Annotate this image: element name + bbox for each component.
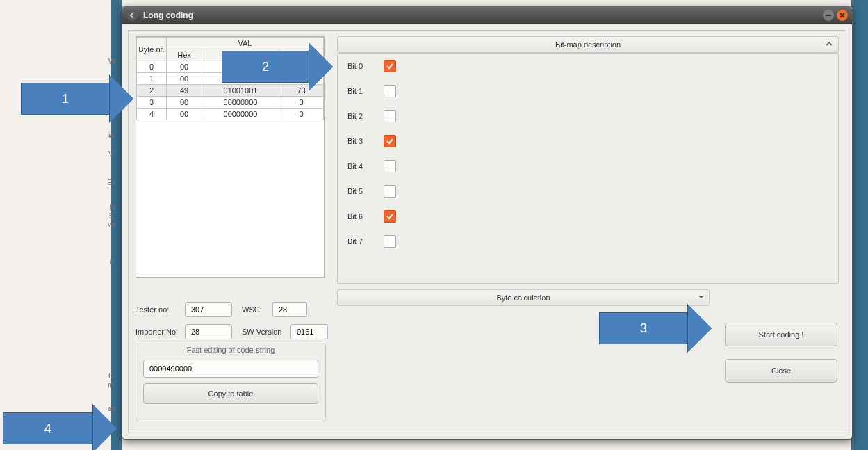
bg-fragment: 5 — [109, 211, 113, 220]
bit-label: Bit 3 — [347, 137, 384, 145]
bg-fragment: C — [108, 371, 114, 380]
bg-fragment: il — [110, 257, 113, 266]
cell-hex: 00 — [167, 73, 202, 85]
cell-dec: 0 — [279, 109, 324, 120]
bit-label: Bit 7 — [347, 237, 384, 246]
cell-bin: 00000000 — [202, 109, 279, 120]
svg-rect-0 — [826, 15, 831, 16]
bitmap-panel: Bit 0Bit 1Bit 2Bit 3Bit 4Bit 5Bit 6Bit 7 — [337, 53, 839, 284]
tester-no-label: Tester no: — [136, 305, 181, 314]
cell-hex: 49 — [167, 85, 202, 97]
wsc-input[interactable] — [272, 302, 307, 317]
bit-checkbox[interactable] — [384, 160, 396, 172]
minimize-icon[interactable] — [823, 10, 834, 21]
bit-label: Bit 4 — [347, 162, 384, 170]
tester-no-input[interactable] — [185, 302, 232, 317]
bit-row: Bit 7 — [347, 229, 838, 254]
bg-fragment: W — [108, 57, 115, 65]
importer-no-input[interactable] — [185, 324, 232, 339]
bit-row: Bit 4 — [347, 154, 838, 179]
cell-dec: 0 — [279, 97, 324, 109]
copy-to-table-button[interactable]: Copy to table — [143, 383, 318, 404]
bitmap-header[interactable]: Bit-map description — [337, 36, 839, 53]
bitmap-header-label: Bit-map description — [555, 40, 621, 49]
close-button[interactable]: Close — [725, 359, 837, 383]
back-icon[interactable] — [126, 10, 138, 21]
fast-edit-group: Fast editing of code-string Copy to tabl… — [136, 344, 326, 421]
wsc-label: WSC: — [242, 305, 268, 314]
bit-checkbox[interactable] — [384, 235, 396, 248]
client-area: Byte nr. VAL Hex 00010000000000024901001… — [128, 30, 846, 433]
bit-row: Bit 0 — [347, 54, 838, 79]
bg-fragment: ve — [108, 220, 116, 228]
bg-fragment: Ex — [107, 178, 116, 186]
col-hex: Hex — [167, 49, 202, 61]
cell-nr: 2 — [137, 85, 167, 97]
bit-row: Bit 5 — [347, 179, 838, 204]
fast-edit-title: Fast editing of code-string — [136, 346, 325, 354]
cell-nr: 3 — [137, 97, 167, 109]
bg-fragment: m — [108, 380, 114, 389]
bit-checkbox[interactable] — [384, 60, 396, 72]
annotation-arrow-4: 4 — [3, 405, 117, 450]
bg-fragment: V — [108, 150, 113, 158]
bit-checkbox[interactable] — [384, 110, 396, 122]
bit-checkbox[interactable] — [384, 210, 396, 223]
annotation-arrow-1: 1 — [21, 75, 133, 122]
cell-nr: 4 — [137, 109, 167, 120]
bit-label: Bit 5 — [347, 187, 384, 195]
bg-fragment: ia — [108, 131, 115, 139]
cell-hex: 00 — [167, 61, 202, 73]
byte-calculation-dropdown[interactable]: Byte calculation — [337, 289, 710, 306]
cell-nr: 1 — [137, 73, 167, 85]
bit-checkbox[interactable] — [384, 185, 396, 198]
code-string-input[interactable] — [143, 360, 318, 378]
col-byte-nr: Byte nr. — [137, 38, 167, 61]
start-coding-button[interactable]: Start coding ! — [725, 323, 837, 346]
cell-bin: 00000000 — [202, 97, 279, 109]
bit-row: Bit 6 — [347, 204, 838, 229]
byte-calculation-label: Byte calculation — [496, 294, 550, 302]
bit-row: Bit 2 — [347, 104, 838, 129]
bit-row: Bit 1 — [347, 79, 838, 104]
bit-checkbox[interactable] — [384, 135, 396, 147]
importer-no-label: Importer No: — [136, 328, 181, 336]
annotation-arrow-2: 2 — [222, 43, 333, 90]
table-row[interactable]: 400000000000 — [137, 109, 324, 120]
bit-label: Bit 0 — [347, 62, 384, 70]
cell-hex: 00 — [167, 97, 202, 109]
table-row[interactable]: 300000000000 — [137, 97, 324, 109]
cell-nr: 0 — [137, 61, 167, 73]
annotation-arrow-3: 3 — [599, 305, 712, 352]
bit-label: Bit 2 — [347, 112, 384, 120]
bit-label: Bit 6 — [347, 212, 384, 220]
bit-label: Bit 1 — [347, 87, 384, 95]
bit-checkbox[interactable] — [384, 85, 396, 97]
bit-row: Bit 3 — [347, 129, 838, 154]
titlebar[interactable]: Long coding — [122, 6, 852, 24]
bg-fragment: N — [110, 203, 115, 211]
close-icon[interactable] — [837, 10, 848, 21]
chevron-down-icon — [698, 294, 705, 302]
sw-version-label: SW Version — [242, 328, 286, 336]
cell-hex: 00 — [167, 109, 202, 120]
sw-version-input[interactable] — [290, 324, 328, 339]
window-title: Long coding — [143, 10, 823, 20]
chevron-up-icon — [826, 40, 833, 49]
